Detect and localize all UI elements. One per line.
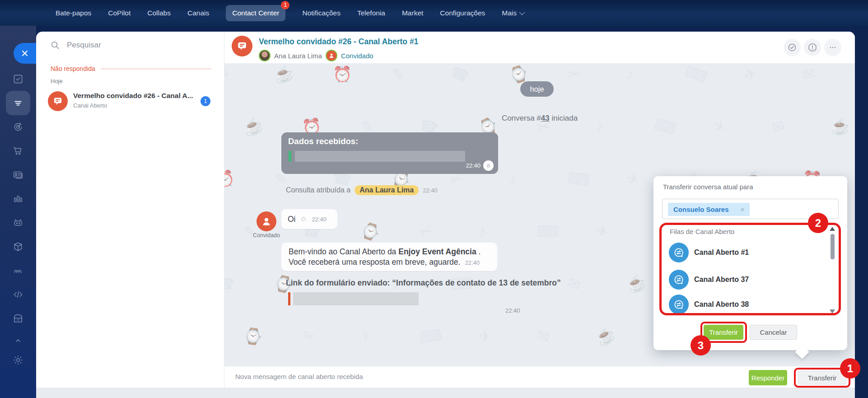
chat-title[interactable]: Vermelho convidado #26 - Canal Aberto #1	[259, 37, 418, 47]
popup-tail	[795, 345, 809, 359]
queue-option[interactable]: Canal Aberto 37	[669, 270, 749, 290]
annotation-step-1: 1	[840, 358, 860, 379]
ellipsis-icon	[828, 42, 838, 52]
doodle-glyph: ✉	[535, 326, 552, 346]
nav-item-bate-papos[interactable]: Bate-papos	[56, 9, 91, 17]
chat-header-actions	[784, 39, 841, 56]
conversation-list-item[interactable]: Vermelho convidado #26 - Canal A... Cana…	[44, 87, 217, 116]
scroll-up-arrow[interactable]	[830, 227, 835, 231]
section-label: Não respondida	[51, 65, 95, 72]
nav-item-canais[interactable]: Canais	[187, 9, 209, 17]
assignment-system-message: Consulta atribuída a Ana Laura Lima 22:4…	[286, 185, 438, 195]
contact-center-badge: 1	[281, 1, 289, 9]
check-circle-icon	[787, 42, 797, 52]
tasks-icon[interactable]	[12, 73, 24, 85]
nav-item-telefonia[interactable]: Telefonia	[357, 9, 385, 17]
form-redaction-marker	[288, 292, 290, 305]
queue-option[interactable]: Canal Aberto 38	[669, 295, 749, 314]
scrollbar-thumb[interactable]	[831, 234, 835, 259]
data-received-message: Dados recebidos: 22:40	[281, 132, 498, 174]
brand-name: Enjoy Event Agência	[398, 247, 476, 256]
date-separator: hoje	[520, 81, 554, 97]
guest-avatar[interactable]	[326, 50, 337, 61]
chat-footer: Nova mensagem de canal aberto recebida R…	[224, 366, 855, 388]
guest-avatar	[257, 211, 276, 231]
nav-item-market[interactable]: Market	[402, 9, 423, 17]
nav-item-contact-center[interactable]: Contact Center 1	[226, 5, 285, 21]
settings-icon[interactable]	[12, 354, 24, 366]
redacted-content	[295, 151, 465, 162]
nav-item-mais[interactable]: Mais	[502, 9, 523, 17]
queue-list-scrollbar[interactable]	[830, 227, 835, 314]
package-icon[interactable]	[12, 241, 24, 253]
doodle-glyph: ☎	[224, 275, 234, 293]
nav-item-configuracoes[interactable]: Configurações	[440, 9, 485, 17]
doodle-glyph: ⌚	[243, 326, 264, 346]
queue-group-label: Filas de Canal Aberto	[670, 228, 734, 235]
search-input[interactable]: Pesquisar	[50, 40, 101, 51]
queue-option[interactable]: Canal Aberto #1	[669, 243, 749, 262]
doodle-glyph: ⏰	[224, 168, 237, 190]
message-time: 22:40	[423, 187, 438, 194]
code-icon[interactable]	[12, 289, 24, 300]
doodle-glyph: ✈	[593, 221, 611, 242]
alert-button[interactable]	[804, 39, 821, 56]
queue-icon	[669, 243, 689, 262]
resolve-button[interactable]	[784, 39, 801, 56]
alert-octagon-icon	[807, 42, 817, 52]
collapse-panel-button[interactable]	[14, 43, 36, 64]
app-window: Bate-papos CoPilot Collabs Canais Contac…	[0, 0, 868, 398]
popup-transfer-button[interactable]: Transferir	[704, 325, 743, 340]
doodle-glyph: ☕	[593, 324, 618, 349]
stats-icon[interactable]	[12, 193, 24, 205]
private-note-indicator	[483, 160, 494, 171]
waves-icon[interactable]	[12, 265, 24, 276]
popup-cancel-button[interactable]: Cancelar	[750, 325, 797, 340]
guest-tag[interactable]: Convidado	[341, 52, 373, 60]
bot-icon[interactable]	[12, 217, 24, 229]
cart-icon[interactable]	[12, 145, 24, 157]
more-options-button[interactable]	[824, 39, 841, 56]
selected-target-chip: Consuelo Soares ×	[668, 203, 750, 216]
remove-chip-icon[interactable]: ×	[741, 206, 745, 213]
nav-item-notificacoes[interactable]: Notificações	[302, 9, 340, 17]
thumbs-up-icon[interactable]	[300, 215, 308, 224]
doodle-glyph: ✈	[741, 63, 760, 85]
redacted-content	[293, 292, 419, 305]
agent-name: Ana Laura Lima	[274, 52, 322, 60]
annotation-step-3: 3	[691, 335, 711, 356]
guest-avatar-label: Convidado	[247, 232, 286, 239]
open-channel-icon	[48, 91, 68, 111]
assignee-chip[interactable]: Ana Laura Lima	[355, 185, 419, 195]
message-time: 22:40	[505, 307, 520, 314]
reply-button[interactable]: Responder	[749, 370, 787, 385]
search-icon	[50, 40, 61, 51]
nav-item-copilot[interactable]: CoPilot	[108, 9, 131, 17]
transfer-popup: Transferir conversa atual para Consuelo …	[653, 176, 847, 350]
doodle-glyph: ✎	[390, 64, 406, 84]
transfer-button[interactable]: Transferir	[798, 371, 846, 384]
chevron-up-icon[interactable]	[12, 337, 24, 342]
data-redaction-marker	[289, 151, 291, 162]
doodle-glyph: ♪	[625, 65, 635, 83]
scroll-down-arrow[interactable]	[830, 309, 835, 314]
message-time: 22:40	[465, 259, 480, 266]
chat-header: Vermelho convidado #26 - Canal Aberto #1…	[224, 32, 855, 63]
message-time: 22:40	[312, 216, 327, 223]
chevron-down-icon	[519, 9, 525, 15]
doodle-glyph: ♪	[508, 169, 517, 187]
contacts-icon[interactable]	[12, 169, 24, 181]
annotation-step-2: 2	[808, 213, 828, 233]
archive-icon[interactable]	[12, 313, 24, 324]
conversations-icon[interactable]	[12, 97, 24, 109]
goals-icon[interactable]	[12, 121, 24, 133]
nav-item-collabs[interactable]: Collabs	[147, 9, 171, 17]
agent-avatar[interactable]	[259, 50, 271, 61]
data-received-title: Dados recebidos:	[288, 136, 358, 146]
doodle-glyph: ✂	[299, 325, 317, 346]
doodle-glyph: ✉	[224, 63, 232, 85]
open-channel-icon	[232, 36, 252, 56]
doodle-glyph: ☕	[624, 272, 648, 296]
rail-icon-list	[0, 73, 36, 366]
chat-participants: Ana Laura Lima Convidado	[259, 50, 373, 61]
